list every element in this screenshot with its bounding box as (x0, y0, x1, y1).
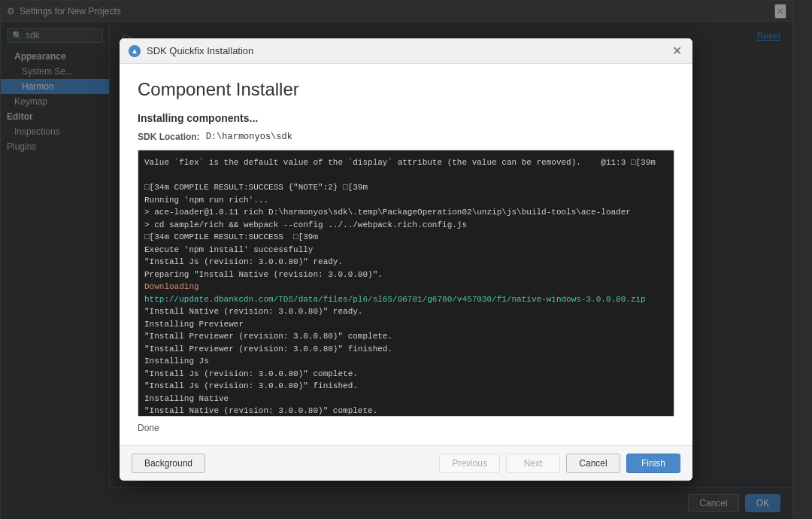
sdk-dialog-title: SDK Quickfix Installation (147, 45, 253, 56)
sdk-dialog-titlebar: ▲ SDK Quickfix Installation ✕ (120, 38, 692, 64)
sdk-location-label: SDK Location: (138, 132, 200, 142)
sdk-installing-label: Installing components... (138, 112, 674, 124)
sdk-dialog: ▲ SDK Quickfix Installation ✕ Component … (120, 38, 692, 481)
sdk-done-row: Done (138, 423, 674, 433)
sdk-done-label: Done (138, 423, 159, 433)
sdk-log-area[interactable]: Value `flex` is the default value of the… (138, 150, 674, 417)
previous-button[interactable]: Previous (439, 454, 500, 473)
sdk-location-row: SDK Location: D:\harmonyos\sdk (138, 132, 674, 142)
sdk-dialog-body: Component Installer Installing component… (120, 64, 692, 445)
sdk-location-value: D:\harmonyos\sdk (206, 132, 292, 142)
finish-button[interactable]: Finish (626, 454, 680, 473)
cancel-button[interactable]: Cancel (566, 454, 620, 473)
sdk-heading: Component Installer (138, 79, 674, 100)
modal-overlay: ▲ SDK Quickfix Installation ✕ Component … (0, 0, 812, 519)
sdk-footer-left: Background (132, 454, 205, 473)
sdk-footer-right: Previous Next Cancel Finish (439, 454, 680, 473)
sdk-dialog-footer: Background Previous Next Cancel Finish (120, 445, 692, 481)
background-button[interactable]: Background (132, 454, 205, 473)
next-button[interactable]: Next (506, 454, 560, 473)
sdk-dialog-titlebar-left: ▲ SDK Quickfix Installation (129, 45, 253, 57)
sdk-logo-icon: ▲ (129, 45, 141, 57)
sdk-dialog-close-button[interactable]: ✕ (671, 45, 683, 57)
